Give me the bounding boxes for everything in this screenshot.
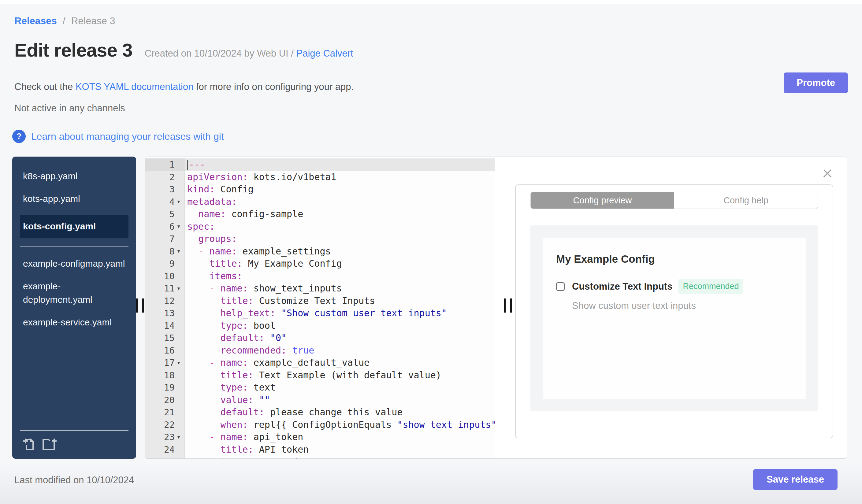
code-line-5[interactable]: 5 name: config-sample [145,208,495,221]
code-content[interactable]: recommended: true [185,344,495,357]
code-line-20[interactable]: 20 value: "" [145,394,495,407]
code-content[interactable]: items: [185,270,495,282]
config-tabs: Config preview Config help [531,192,818,209]
file-item-example-configmap.yaml[interactable]: example-configmap.yaml [20,257,129,270]
code-content[interactable]: --- [185,158,495,171]
new-folder-icon[interactable] [42,437,58,451]
code-content[interactable]: - name: example_default_value [185,357,495,369]
docs-line: Check out the KOTS YAML documentation fo… [14,81,354,92]
code-content[interactable]: name: config-sample [185,208,495,221]
code-content[interactable]: metadata: [185,196,495,208]
file-item-example-service.yaml[interactable]: example-service.yaml [20,316,129,329]
gutter-line-1: 1 [145,158,185,171]
fold-arrow-icon[interactable]: ▾ [175,223,183,230]
code-line-11[interactable]: 11▾ - name: show_text_inputs [145,282,495,295]
config-preview-area: My Example Config Customize Text Inputs … [531,225,818,411]
code-content[interactable]: title: My Example Config [185,257,495,270]
gutter-line-7: 7 [145,233,185,245]
code-line-8[interactable]: 8▾ - name: example_settings [145,245,495,258]
sidebar-divider [20,246,129,247]
breadcrumb-link-releases[interactable]: Releases [14,15,57,26]
line-number: 21 [164,406,175,419]
gutter-line-25: 25 [145,456,185,459]
code-line-24[interactable]: 24 title: API token [145,443,495,456]
code-line-2[interactable]: 2apiVersion: kots.io/v1beta1 [145,171,495,184]
new-file-icon[interactable] [22,437,36,451]
code-line-25[interactable]: 25 type: password [145,456,495,459]
file-item-k8s-app.yaml[interactable]: k8s-app.yaml [20,170,129,183]
fold-arrow-icon[interactable]: ▾ [175,360,183,366]
fold-arrow-icon[interactable]: ▾ [175,248,183,254]
code-content[interactable]: title: API token [185,443,495,456]
kots-docs-link[interactable]: KOTS YAML documentation [76,81,193,92]
code-line-19[interactable]: 19 type: text [145,381,495,394]
code-line-4[interactable]: 4▾metadata: [145,196,495,208]
code-line-3[interactable]: 3kind: Config [145,183,495,196]
gutter-line-5: 5 [145,208,185,221]
code-content[interactable]: type: password [185,456,495,459]
code-content[interactable]: kind: Config [185,183,495,196]
author-link[interactable]: Paige Calvert [297,48,353,59]
breadcrumb-separator: / [63,15,65,26]
line-number: 24 [164,443,175,456]
code-content[interactable]: spec: [185,221,495,233]
code-content[interactable]: title: Customize Text Inputs [185,295,495,307]
code-content[interactable]: default: please change this value [185,406,495,419]
code-line-9[interactable]: 9 title: My Example Config [145,257,495,270]
code-content[interactable]: type: text [185,381,495,394]
file-item-kots-config.yaml[interactable]: kots-config.yaml [20,215,129,238]
code-line-10[interactable]: 10 items: [145,270,495,282]
preview-resize-handle[interactable] [504,299,512,313]
git-releases-link[interactable]: Learn about managing your releases with … [31,131,224,142]
sidebar-resize-handle[interactable] [136,299,144,313]
line-number: 18 [164,369,175,382]
gutter-line-16: 16 [145,344,185,357]
code-content[interactable]: - name: show_text_inputs [185,282,495,295]
close-icon[interactable] [822,168,833,179]
code-line-15[interactable]: 15 default: "0" [145,332,495,344]
tab-config-preview[interactable]: Config preview [531,192,674,209]
code-line-1[interactable]: 1--- [145,158,495,171]
config-item-help-text: Show custom user text inputs [572,300,792,311]
code-line-21[interactable]: 21 default: please change this value [145,406,495,419]
line-number: 22 [164,419,175,431]
code-content[interactable]: type: bool [185,320,495,332]
line-number: 25 [164,456,175,459]
line-number: 20 [164,394,175,407]
code-line-16[interactable]: 16 recommended: true [145,344,495,357]
tab-config-help[interactable]: Config help [674,192,818,209]
breadcrumb-current: Release 3 [71,15,115,26]
config-preview-panel: Config preview Config help My Example Co… [495,157,847,459]
fold-arrow-icon[interactable]: ▾ [175,198,183,205]
code-content[interactable]: when: repl{{ ConfigOptionEquals "show_te… [185,419,495,431]
code-line-18[interactable]: 18 title: Text Example (with default val… [145,369,495,382]
code-content[interactable]: default: "0" [185,332,495,344]
file-item-kots-app.yaml[interactable]: kots-app.yaml [20,192,129,205]
code-line-17[interactable]: 17▾ - name: example_default_value [145,357,495,369]
code-content[interactable]: - name: example_settings [185,245,495,258]
top-strip [0,0,862,4]
code-content[interactable]: - name: api_token [185,431,495,443]
code-content[interactable]: value: "" [185,394,495,407]
code-line-12[interactable]: 12 title: Customize Text Inputs [145,295,495,307]
code-line-23[interactable]: 23▾ - name: api_token [145,431,495,443]
code-content[interactable]: apiVersion: kots.io/v1beta1 [185,171,495,184]
customize-text-inputs-checkbox[interactable] [556,282,565,291]
config-item-row: Customize Text Inputs Recommended [556,279,792,294]
file-item-example-deployment.yaml[interactable]: example-deployment.yaml [20,279,129,306]
gutter-line-18: 18 [145,369,185,382]
yaml-editor[interactable]: 1---2apiVersion: kots.io/v1beta13kind: C… [145,157,495,459]
code-line-14[interactable]: 14 type: bool [145,320,495,332]
save-release-button[interactable]: Save release [753,469,837,490]
code-content[interactable]: groups: [185,233,495,245]
code-line-22[interactable]: 22 when: repl{{ ConfigOptionEquals "show… [145,419,495,431]
promote-button[interactable]: Promote [784,72,848,93]
fold-arrow-icon[interactable]: ▾ [175,434,183,440]
code-line-6[interactable]: 6▾spec: [145,221,495,233]
code-line-7[interactable]: 7 groups: [145,233,495,245]
fold-arrow-icon[interactable]: ▾ [175,285,183,292]
code-content[interactable]: title: Text Example (with default value) [185,369,495,382]
code-content[interactable]: help_text: "Show custom user text inputs… [185,307,495,320]
question-mark-icon: ? [12,130,26,143]
code-line-13[interactable]: 13 help_text: "Show custom user text inp… [145,307,495,320]
